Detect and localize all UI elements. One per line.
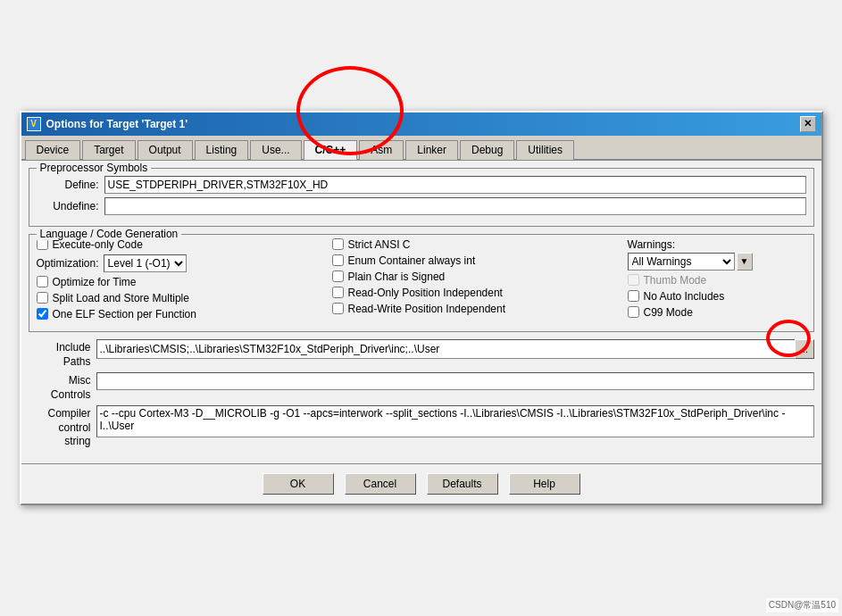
include-paths-input[interactable] xyxy=(96,339,795,359)
tab-listing[interactable]: Listing xyxy=(195,140,249,160)
define-input[interactable] xyxy=(104,176,806,194)
split-load-row: Split Load and Store Multiple xyxy=(37,292,325,304)
optimize-time-label: Optimize for Time xyxy=(53,276,137,288)
ok-button[interactable]: OK xyxy=(263,473,334,495)
undefine-row: Undefine: xyxy=(37,197,806,215)
thumb-mode-row: Thumb Mode xyxy=(628,274,725,287)
options-dialog: V Options for Target 'Target 1' ✕ Device… xyxy=(20,111,823,505)
strict-ansi-row: Strict ANSI C xyxy=(332,238,621,251)
right-checkboxes: Thumb Mode No Auto Includes C99 Mode xyxy=(628,274,725,322)
dialog-content: Preprocessor Symbols Define: Undefine: L… xyxy=(21,161,821,460)
bottom-buttons: OK Cancel Defaults Help xyxy=(21,463,821,504)
browse-button[interactable]: ... xyxy=(795,339,814,359)
tab-bar: Device Target Output Listing Use... C/C+… xyxy=(21,136,821,161)
compiler-string-row: Compilercontrolstring -c --cpu Cortex-M3… xyxy=(29,405,814,449)
close-button[interactable]: ✕ xyxy=(800,116,816,132)
app-icon: V xyxy=(27,117,41,131)
warnings-select[interactable]: All Warnings xyxy=(628,253,735,271)
enum-container-checkbox[interactable] xyxy=(332,254,344,266)
no-auto-checkbox[interactable] xyxy=(628,290,639,302)
thumb-mode-checkbox[interactable] xyxy=(628,274,639,286)
watermark: CSDN@常温510 xyxy=(766,598,838,612)
define-label: Define: xyxy=(37,179,99,191)
execute-only-checkbox[interactable] xyxy=(37,238,48,250)
language-group-label: Language / Code Generation xyxy=(37,228,182,240)
plain-char-row: Plain Char is Signed xyxy=(332,271,621,283)
optimization-row: Optimization: Level 1 (-O1) xyxy=(37,254,325,272)
enum-container-row: Enum Container always int xyxy=(332,254,621,267)
compiler-string-input[interactable]: -c --cpu Cortex-M3 -D__MICROLIB -g -O1 -… xyxy=(96,405,814,437)
include-input-container: ... xyxy=(96,339,814,359)
execute-only-label: Execute-only Code xyxy=(53,238,143,251)
compiler-string-label: Compilercontrolstring xyxy=(29,405,91,449)
split-load-label: Split Load and Store Multiple xyxy=(53,292,189,304)
language-group: Language / Code Generation Execute-only … xyxy=(29,234,814,332)
enum-container-label: Enum Container always int xyxy=(348,254,476,267)
optimize-time-row: Optimize for Time xyxy=(37,276,325,288)
tab-target[interactable]: Target xyxy=(82,140,135,160)
tab-utilities[interactable]: Utilities xyxy=(516,140,574,160)
strict-ansi-checkbox[interactable] xyxy=(332,238,344,250)
split-load-checkbox[interactable] xyxy=(37,292,48,304)
one-elf-checkbox[interactable] xyxy=(37,308,48,320)
read-only-label: Read-Only Position Independent xyxy=(348,287,503,299)
optimization-label: Optimization: xyxy=(37,257,99,270)
warnings-select-row: All Warnings ▼ xyxy=(628,253,753,271)
c99-mode-checkbox[interactable] xyxy=(628,306,639,318)
read-write-checkbox[interactable] xyxy=(332,303,344,314)
misc-controls-input[interactable] xyxy=(96,372,814,390)
defaults-button[interactable]: Defaults xyxy=(427,473,498,495)
misc-controls-label: MiscControls xyxy=(29,372,91,402)
read-only-row: Read-Only Position Independent xyxy=(332,287,621,299)
include-paths-label: IncludePaths xyxy=(29,339,91,369)
optimize-time-checkbox[interactable] xyxy=(37,276,48,287)
tab-cpp[interactable]: C/C++ xyxy=(304,140,358,160)
preprocessor-group: Preprocessor Symbols Define: Undefine: xyxy=(29,168,814,227)
execute-only-row: Execute-only Code xyxy=(37,238,325,251)
one-elf-label: One ELF Section per Function xyxy=(53,308,196,320)
tab-device[interactable]: Device xyxy=(25,140,81,160)
warnings-col: Warnings: All Warnings ▼ Thumb Mode xyxy=(628,238,806,324)
dialog-title: Options for Target 'Target 1' xyxy=(46,118,188,130)
plain-char-checkbox[interactable] xyxy=(332,271,344,282)
no-auto-label: No Auto Includes xyxy=(644,290,725,303)
tab-use[interactable]: Use... xyxy=(250,140,301,160)
read-write-row: Read-Write Position Independent xyxy=(332,303,621,315)
preprocessor-group-label: Preprocessor Symbols xyxy=(37,162,152,174)
cancel-button[interactable]: Cancel xyxy=(345,473,416,495)
misc-controls-row: MiscControls xyxy=(29,372,814,402)
plain-char-label: Plain Char is Signed xyxy=(348,271,446,283)
undefine-input[interactable] xyxy=(104,197,806,215)
warnings-dropdown-btn[interactable]: ▼ xyxy=(737,253,753,271)
c99-mode-row: C99 Mode xyxy=(628,306,725,319)
define-row: Define: xyxy=(37,176,806,194)
read-only-checkbox[interactable] xyxy=(332,287,344,298)
middle-col: Strict ANSI C Enum Container always int … xyxy=(332,238,621,324)
no-auto-row: No Auto Includes xyxy=(628,290,725,303)
warnings-label: Warnings: xyxy=(628,238,676,251)
tab-asm[interactable]: Asm xyxy=(359,140,404,160)
tab-output[interactable]: Output xyxy=(138,140,193,160)
undefine-label: Undefine: xyxy=(37,200,99,212)
thumb-mode-label: Thumb Mode xyxy=(644,274,707,287)
strict-ansi-label: Strict ANSI C xyxy=(348,238,411,251)
tab-debug[interactable]: Debug xyxy=(460,140,514,160)
help-button[interactable]: Help xyxy=(509,473,580,495)
tab-linker[interactable]: Linker xyxy=(405,140,458,160)
left-col: Execute-only Code Optimization: Level 1 … xyxy=(37,238,325,324)
include-paths-row: IncludePaths ... xyxy=(29,339,814,369)
title-bar: V Options for Target 'Target 1' ✕ xyxy=(21,112,821,136)
paths-section: IncludePaths ... MiscControls Compilerco… xyxy=(29,339,814,449)
one-elf-row: One ELF Section per Function xyxy=(37,308,325,320)
read-write-label: Read-Write Position Independent xyxy=(348,303,506,315)
optimization-select[interactable]: Level 1 (-O1) xyxy=(104,254,187,272)
c99-mode-label: C99 Mode xyxy=(644,306,693,319)
